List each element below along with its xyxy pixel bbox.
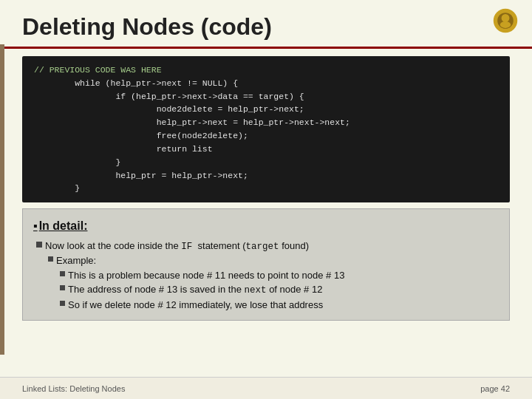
- bullet-sub1-3: So if we delete node # 12 immediately, w…: [60, 298, 499, 313]
- logo-icon: [492, 7, 519, 34]
- bullet-square-sub1-2: [60, 285, 65, 290]
- code-line9: help_ptr = help_ptr->next;: [34, 171, 248, 180]
- code-line5: help_ptr->next = help_ptr->next->next;: [34, 117, 350, 127]
- code-line3: if (help_ptr->next->data == target) {: [34, 92, 304, 101]
- bullet-square-sub1-3: [60, 301, 65, 306]
- bullet-square-1: [36, 242, 42, 248]
- code-line8: }: [34, 157, 120, 167]
- bullet-sub1-text: Example:: [56, 253, 96, 268]
- code-line7: return list: [34, 144, 213, 154]
- code-line2: while (help_ptr->next != NULL) {: [34, 78, 238, 88]
- left-bar-decoration: [0, 44, 4, 355]
- code-line4: node2delete = help_ptr->next;: [34, 104, 304, 114]
- bullet-1-text: Now look at the code inside the IF state…: [45, 239, 309, 254]
- code-line6: free(node2delete);: [34, 131, 248, 140]
- code-block: // PREVIOUS CODE WAS HERE while (help_pt…: [22, 56, 510, 202]
- detail-box: ▪In detail: Now look at the code inside …: [22, 208, 510, 321]
- code-comment: // PREVIOUS CODE WAS HERE: [34, 65, 162, 75]
- bullet-1: Now look at the code inside the IF state…: [36, 239, 499, 254]
- bullet-sub1-2-text: The address of node # 13 is saved in the…: [68, 282, 322, 298]
- bullet-sub1-1: This is a problem because node # 11 need…: [60, 268, 499, 283]
- detail-title: ▪In detail:: [33, 216, 499, 236]
- slide-header: Deleting Nodes (code): [0, 0, 532, 49]
- footer-page: page 42: [480, 384, 510, 393]
- slide-footer: Linked Lists: Deleting Nodes page 42: [0, 377, 532, 399]
- footer-title: Linked Lists: Deleting Nodes: [22, 384, 125, 393]
- svg-point-3: [500, 21, 511, 28]
- bullet-sub1-2: The address of node # 13 is saved in the…: [60, 282, 499, 298]
- slide: Deleting Nodes (code) // PREVIOUS CODE W…: [0, 0, 532, 399]
- bullet-square-sub1: [48, 256, 53, 262]
- bullet-sub1-1-text: This is a problem because node # 11 need…: [68, 268, 344, 283]
- target-code: target: [246, 242, 279, 252]
- bullet-sub1-3-text: So if we delete node # 12 immediately, w…: [68, 298, 323, 313]
- bullet-sub1: Example:: [48, 253, 499, 268]
- slide-title: Deleting Nodes (code): [22, 13, 510, 41]
- bullet-square-sub1-1: [60, 271, 65, 276]
- if-code: IF: [181, 242, 192, 252]
- slide-content: // PREVIOUS CODE WAS HERE while (help_pt…: [0, 49, 532, 377]
- svg-point-2: [502, 14, 510, 22]
- next-code: next: [245, 285, 267, 296]
- code-line10: }: [34, 183, 80, 193]
